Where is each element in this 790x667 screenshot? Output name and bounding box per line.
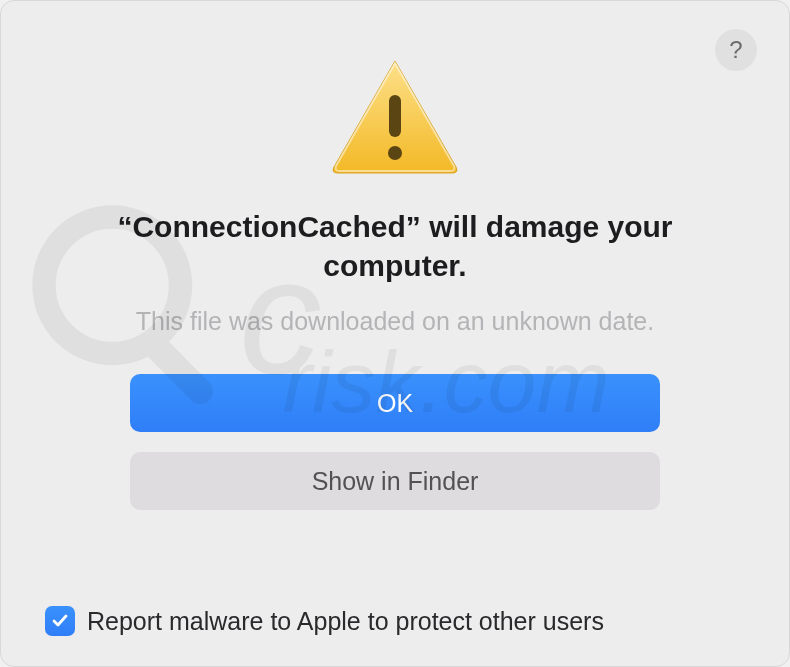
help-button[interactable]: ? (715, 29, 757, 71)
report-malware-checkbox[interactable] (45, 606, 75, 636)
warning-icon (330, 57, 460, 179)
show-in-finder-label: Show in Finder (312, 467, 479, 496)
ok-button-label: OK (377, 389, 413, 418)
svg-point-5 (388, 146, 402, 160)
help-icon: ? (729, 36, 742, 64)
dialog-subtext: This file was downloaded on an unknown d… (136, 307, 654, 336)
report-malware-row: Report malware to Apple to protect other… (45, 606, 604, 636)
dialog-headline: “ConnectionCached” will damage your comp… (95, 207, 695, 285)
alert-dialog: c risk.com ? “ConnectionCached” will dam… (0, 0, 790, 667)
report-malware-label: Report malware to Apple to protect other… (87, 607, 604, 636)
checkmark-icon (50, 611, 70, 631)
svg-rect-4 (389, 95, 401, 137)
button-stack: OK Show in Finder (130, 374, 660, 510)
ok-button[interactable]: OK (130, 374, 660, 432)
show-in-finder-button[interactable]: Show in Finder (130, 452, 660, 510)
